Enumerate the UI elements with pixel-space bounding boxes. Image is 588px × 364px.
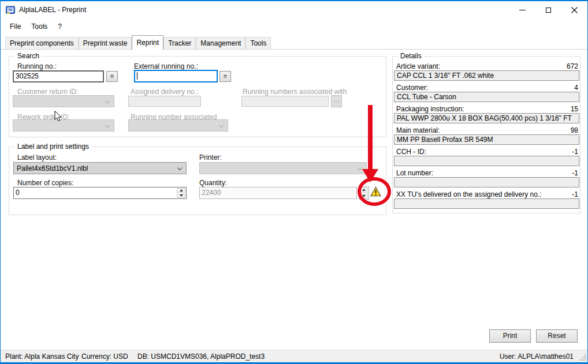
detail-label: CCH - ID: [396,148,426,155]
chevron-down-icon [177,166,182,170]
detail-value-field: CAP CCL 1 3/16" FT .062 white [394,70,579,81]
search-group-title: Search [15,52,42,60]
status-plant: Plant: Alpla Kansas City [5,352,79,361]
app-window: AlplaLABEL - Preprint File Tools ? Prepr… [0,0,588,364]
status-currency: Currency: USD [81,352,128,361]
minimize-icon [519,10,526,10]
menu-file[interactable]: File [5,20,26,33]
running-no-label: Running no.: [17,62,57,70]
running-numbers-associated-with-label: Running numbers associated with [243,88,347,96]
running-number-associated-combo [128,119,228,132]
printer-combo [199,162,367,174]
customer-return-id-combo [13,95,114,107]
minimize-button[interactable] [509,1,535,18]
details-row-customer: Customer:4 CCL Tube - Carson [394,84,579,102]
chevron-down-icon [219,123,224,127]
details-group-title: Details [398,52,424,60]
running-no-equals-button[interactable]: = [106,71,118,82]
quantity-label: Quantity: [199,179,227,187]
status-db: DB: USMCD1VMS036, AlplaPROD_test3 [137,352,265,361]
details-row-tus-delivered: XX TU's delivered on the assigned delive… [394,190,579,209]
tab-strip: Preprint components Preprint waste Repri… [5,35,271,50]
details-row-main-material: Main material:98 MM PP Basell Profax SR … [394,126,579,145]
maximize-icon [546,7,551,13]
tab-tracker[interactable]: Tracker [163,37,196,49]
detail-id: -1 [572,190,578,198]
app-icon [6,6,15,14]
tab-preprint-components[interactable]: Preprint components [5,37,79,49]
number-of-copies-label: Number of copies: [17,179,73,187]
resize-grip-icon[interactable] [579,354,586,361]
assigned-delivery-no-input [128,96,201,107]
label-layout-combo[interactable]: Pallet4x6Std1bcV1.nlbl [13,162,187,174]
number-of-copies-input[interactable]: 0 [13,187,187,199]
detail-value-field [394,156,579,166]
detail-value-field [394,177,579,187]
detail-label: Lot number: [396,169,433,177]
label-print-group-title: Label and print settings [15,142,91,151]
detail-id: 98 [571,126,578,134]
rework-order-id-combo [13,119,114,132]
close-button[interactable] [561,1,587,18]
details-row-packaging-instruction: Packaging instruction:15 PAL WWP 2800u X… [394,105,579,123]
chevron-down-icon [105,99,110,103]
quantity-spinner[interactable] [359,186,369,200]
spinner-up-icon [180,189,183,192]
reset-button[interactable]: Reset [536,329,578,343]
tab-tools[interactable]: Tools [245,37,271,49]
detail-id: 672 [567,62,578,70]
detail-id: 15 [571,105,578,112]
details-rows: Article variant:672 CAP CCL 1 3/16" FT .… [392,62,580,212]
status-bar: Plant: Alpla Kansas City Currency: USD D… [1,350,587,362]
detail-label: Customer: [396,84,428,91]
text-caret [137,72,137,80]
spinner-down-icon [180,194,183,197]
details-row-article-variant: Article variant:672 CAP CCL 1 3/16" FT .… [394,62,579,81]
detail-value-field: MM PP Basell Profax SR 549M [394,134,579,145]
details-row-lot-number: Lot number:-1 [394,169,579,187]
spinner-down-button[interactable] [177,194,185,198]
external-running-no-label: External running no.: [134,62,198,70]
detail-label: Packaging instruction: [396,105,464,112]
window-title: AlplaLABEL - Preprint [19,6,86,14]
chevron-down-icon [358,166,362,170]
title-bar: AlplaLABEL - Preprint [1,1,587,18]
browse-button: ... [331,95,342,107]
detail-id: 4 [574,84,578,91]
tab-reprint[interactable]: Reprint [132,35,163,50]
assigned-delivery-no-label: Assigned delivery no.: [131,88,198,96]
details-row-cch-id: CCH - ID:-1 [394,148,579,166]
detail-value-field: PAL WWP 2800u X 18 BOX BAG(50,400 pcs) 1… [394,113,579,123]
detail-id: -1 [572,148,578,155]
detail-label: Article variant: [396,62,440,70]
detail-value-field: CCL Tube - Carson [394,92,579,102]
chevron-down-icon [105,123,110,127]
menu-bar: File Tools ? [1,18,587,34]
external-running-no-input[interactable] [134,70,218,82]
printer-label: Printer: [199,153,222,162]
running-numbers-associated-with-input [241,96,329,107]
close-icon [571,7,578,13]
spinner-up-icon [362,189,366,191]
label-layout-label: Label layout: [17,153,57,162]
external-running-no-equals-button[interactable]: = [219,71,231,82]
detail-label: XX TU's delivered on the assigned delive… [396,190,542,198]
status-user: User: ALPLA\matthes01 [500,352,574,361]
menu-tools[interactable]: Tools [26,20,53,33]
maximize-button[interactable] [535,1,561,18]
detail-label: Main material: [396,126,440,134]
detail-value-field [394,198,579,209]
spinner-up-button[interactable] [177,188,185,193]
spinner-up-button[interactable] [360,187,368,193]
tab-preprint-waste[interactable]: Preprint waste [79,37,132,49]
menu-help[interactable]: ? [53,20,67,33]
running-no-input[interactable]: 302525 [13,70,104,82]
detail-id: -1 [572,169,578,177]
print-button[interactable]: Print [489,329,531,343]
spinner-down-icon [362,195,366,197]
spinner-down-button[interactable] [360,194,368,199]
quantity-input: 22400 [199,187,357,199]
number-of-copies-spinner[interactable] [176,187,186,198]
tab-management[interactable]: Management [196,37,245,49]
customer-return-id-label: Customer return ID: [17,88,78,96]
